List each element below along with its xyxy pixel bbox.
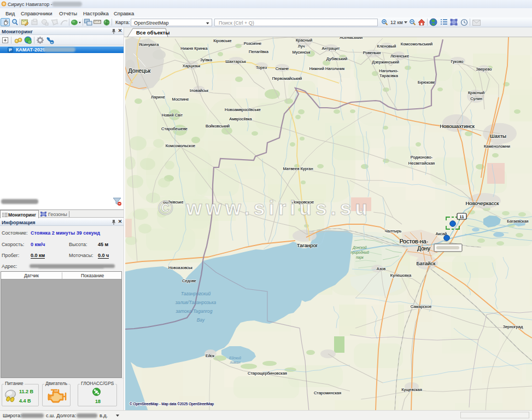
- svg-text:Ростов-на-: Ростов-на-: [400, 238, 429, 244]
- svg-text:Красный: Красный: [468, 90, 484, 95]
- svg-text:Дубівський: Дубівський: [326, 56, 347, 61]
- svg-text:Розсипне: Розсипне: [244, 41, 261, 46]
- svg-text:Торез: Торез: [256, 65, 267, 70]
- svg-text:Харцизьк: Харцизьк: [183, 63, 201, 68]
- svg-text:Ейский: Ейский: [229, 356, 241, 360]
- svg-text:Ясинувата: Ясинувата: [139, 42, 160, 47]
- svg-text:Новочеркасск: Новочеркасск: [466, 200, 500, 206]
- svg-text:лиман: лиман: [230, 360, 241, 364]
- svg-text:Мусинськ: Мусинськ: [292, 50, 311, 55]
- svg-text:Шахты: Шахты: [490, 133, 506, 139]
- svg-text:© OpenStreetMap - Map data ©20: © OpenStreetMap - Map data ©2025 OpenStr…: [130, 402, 214, 406]
- svg-text:Бірюкове: Бірюкове: [418, 80, 435, 85]
- svg-text:парк: парк: [356, 255, 364, 260]
- svg-text:Амвросіївка: Амвросіївка: [229, 116, 252, 121]
- svg-text:Азов: Азов: [377, 266, 386, 271]
- svg-text:Антрацит: Антрацит: [322, 46, 340, 51]
- svg-text:Кіровське: Кіровське: [213, 38, 231, 43]
- svg-text:Самарское: Самарское: [411, 304, 432, 309]
- svg-text:Нагольно-: Нагольно-: [379, 68, 399, 73]
- svg-text:Матвеев Курган: Матвеев Курган: [283, 166, 313, 171]
- svg-text:Зерноград: Зерноград: [503, 324, 523, 329]
- svg-text:Все объекты: Все объекты: [136, 30, 169, 36]
- svg-text:Таганрогский: Таганрогский: [181, 291, 211, 296]
- svg-text:Красный: Красный: [296, 38, 312, 43]
- svg-text:Тарасівка: Тарасівка: [379, 73, 399, 78]
- svg-text:Новий Світ: Новий Світ: [162, 113, 183, 118]
- svg-text:Багаевская: Багаевская: [507, 219, 528, 224]
- svg-text:Нижня Кринка: Нижня Кринка: [180, 46, 208, 51]
- svg-text:Bay: Bay: [197, 317, 205, 323]
- svg-text:природный: природный: [350, 250, 369, 255]
- svg-text:Іловайськ: Іловайськ: [190, 88, 209, 93]
- svg-text:Родионово-: Родионово-: [411, 155, 433, 160]
- svg-text:Дзержинський: Дзержинський: [372, 60, 399, 65]
- svg-text:Новошахтинск: Новошахтинск: [440, 123, 475, 129]
- svg-text:Сулин: Сулин: [470, 96, 482, 101]
- svg-text:Кулешовка: Кулешовка: [390, 273, 412, 278]
- svg-text:Новоамвросіївське: Новоамвросіївське: [225, 107, 261, 112]
- svg-text:Ленінське: Ленінське: [390, 54, 409, 59]
- svg-text:Чалтырь: Чалтырь: [385, 229, 402, 234]
- svg-text:Дону: Дону: [417, 245, 431, 252]
- svg-text:Луч: Луч: [298, 44, 305, 49]
- svg-text:Зверево: Зверево: [476, 67, 492, 72]
- svg-text:Кленовый: Кленовый: [377, 44, 396, 49]
- svg-text:Моспине: Моспине: [172, 97, 189, 102]
- svg-text:Несветайская: Несветайская: [408, 161, 435, 166]
- svg-text:залив/Таганрозька: залив/Таганрозька: [175, 300, 217, 305]
- svg-text:Комсомольський: Комсомольський: [401, 42, 432, 46]
- svg-text:Ларине: Ларине: [151, 95, 165, 100]
- svg-text:Пелагіївка: Пелагіївка: [249, 49, 269, 54]
- svg-text:Комсомольское: Комсомольское: [166, 143, 196, 148]
- svg-text:Гуково: Гуково: [451, 59, 464, 64]
- svg-text:затока/Taganrog: затока/Taganrog: [175, 308, 212, 314]
- svg-text:Донской: Донской: [352, 246, 367, 250]
- svg-text:Нижний Нагольчик: Нижний Нагольчик: [309, 66, 345, 71]
- svg-text:Ейск: Ейск: [206, 353, 215, 358]
- svg-text:Первомайський: Первомайський: [272, 76, 302, 81]
- svg-text:Ясенівський: Ясенівський: [340, 37, 363, 40]
- svg-text:Каменоломни: Каменоломни: [484, 144, 510, 149]
- svg-text:Новоазовськ: Новоазовськ: [168, 265, 193, 270]
- svg-text:Староминская: Староминская: [314, 390, 341, 395]
- svg-text:Ровеньки: Ровеньки: [363, 50, 381, 55]
- svg-text:Зуївка: Зуївка: [200, 57, 213, 62]
- svg-text:Сніжне: Сніжне: [276, 66, 289, 71]
- svg-text:Шахтарськ: Шахтарськ: [225, 59, 246, 64]
- svg-text:Таганрог: Таганрог: [297, 242, 318, 248]
- svg-text:Войковський: Войковський: [206, 124, 230, 129]
- svg-text:Старобешеве: Старобешеве: [161, 126, 188, 131]
- svg-text:Старощербиновская: Старощербиновская: [248, 371, 287, 376]
- svg-text:Кущевская: Кущевская: [401, 387, 422, 392]
- svg-text:11: 11: [459, 214, 464, 219]
- svg-text:Батайск: Батайск: [416, 260, 436, 266]
- svg-text:Седове: Седове: [182, 278, 196, 283]
- svg-text:Донецьк: Донецьк: [128, 67, 151, 74]
